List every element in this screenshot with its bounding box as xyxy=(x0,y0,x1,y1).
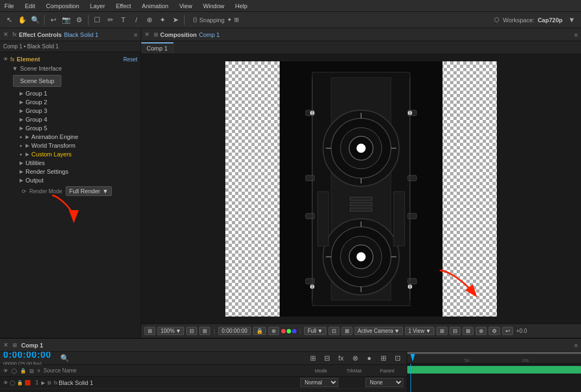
render-settings-item[interactable]: ▶ Render Settings xyxy=(9,167,141,176)
reset-button[interactable]: Reset xyxy=(123,56,137,62)
menu-help[interactable]: Help xyxy=(233,2,250,10)
layer-1-expand-icon[interactable]: ▶ xyxy=(41,380,45,385)
menu-effect[interactable]: Effect xyxy=(113,2,133,10)
timeline-menu-icon[interactable]: ≡ xyxy=(574,342,578,349)
transparency-btn[interactable]: ⊠ xyxy=(342,327,352,335)
layer-1-solo-icon[interactable]: ◯ xyxy=(10,380,15,385)
comp-panel-close-icon[interactable]: ✕ xyxy=(144,31,149,38)
layer-1-color-box[interactable] xyxy=(25,380,30,385)
comp-tab-comp1[interactable]: Comp 1 xyxy=(141,42,174,53)
tool-select[interactable]: ↖ xyxy=(3,14,15,26)
timeline-icon-5[interactable]: ● xyxy=(363,352,375,364)
zoom-level: 100% xyxy=(161,328,175,334)
timeline-icon-6[interactable]: ⊞ xyxy=(377,352,389,364)
render-mode-dropdown[interactable]: Full Render ▼ xyxy=(66,186,112,196)
timeline-search-btn[interactable]: 🔍 xyxy=(59,352,71,364)
zoom-dropdown[interactable]: 100% ▼ xyxy=(157,327,184,335)
solo-col-icon[interactable]: ◯ xyxy=(11,368,17,374)
timeline-icon-4[interactable]: ⊗ xyxy=(349,352,361,364)
menu-view[interactable]: View xyxy=(177,2,194,10)
viewer-btn-3[interactable]: ⊠ xyxy=(463,327,473,335)
tool-arrow[interactable]: ➤ xyxy=(169,14,181,26)
blue-channel-dot[interactable] xyxy=(292,329,296,333)
utilities-item[interactable]: ▶ Utilities xyxy=(9,159,141,167)
menu-window[interactable]: Window xyxy=(201,2,226,10)
viewer-btn-2[interactable]: ⊟ xyxy=(450,327,460,335)
layer-1-lock-icon[interactable]: 🔒 xyxy=(17,380,23,385)
workspace-dropdown[interactable]: ▼ xyxy=(566,14,578,26)
playhead-handle[interactable] xyxy=(411,354,415,362)
layer-1-parent-dropdown[interactable]: None xyxy=(365,378,403,387)
layer-1-track-bar[interactable] xyxy=(407,366,581,374)
group-1-item[interactable]: ▶ Group 1 xyxy=(9,89,141,98)
timeline-close-icon[interactable]: ✕ xyxy=(3,342,8,349)
snap-toggle[interactable]: ✦ xyxy=(227,16,232,23)
tool-camera[interactable]: 📷 xyxy=(60,14,72,26)
layer-1-mode-dropdown[interactable]: Normal xyxy=(300,378,338,387)
tool-rect[interactable]: ☐ xyxy=(91,14,103,26)
menu-composition[interactable]: Composition xyxy=(44,2,81,10)
svg-point-7 xyxy=(357,144,365,153)
red-channel-dot[interactable] xyxy=(281,329,286,333)
comp-3d-render xyxy=(225,61,497,317)
group-5-item[interactable]: ▶ Group 5 xyxy=(9,124,141,132)
layer-1-num: 1 xyxy=(33,380,41,385)
scene-interface-section: ▼ Scene Interface Scene Setup ▶ Group 1 … xyxy=(0,64,141,200)
playhead-line xyxy=(411,364,411,392)
tool-line[interactable]: / xyxy=(130,14,142,26)
group-3-item[interactable]: ▶ Group 3 xyxy=(9,106,141,115)
comp-panel-menu-icon[interactable]: ≡ xyxy=(574,31,578,38)
render-btn[interactable]: ⊡ xyxy=(329,327,339,335)
eye-toggle[interactable]: 👁 xyxy=(3,56,8,62)
timeline-icon-3[interactable]: fx xyxy=(335,352,347,364)
menu-file[interactable]: File xyxy=(2,2,16,10)
world-transform-item[interactable]: ● ▶ World Transform xyxy=(9,141,141,150)
timecode-display[interactable]: 0:00:00:00 xyxy=(218,327,250,335)
lock-col-icon[interactable]: 🔒 xyxy=(20,368,26,374)
layer-1-fx-enable-icon[interactable]: fx xyxy=(54,380,58,385)
tool-settings[interactable]: ⚙ xyxy=(73,14,85,26)
chevron-down-icon[interactable]: ▼ xyxy=(12,65,18,72)
viewer-btn-6[interactable]: ↩ xyxy=(502,327,513,335)
viewer-btn-1[interactable]: ⊞ xyxy=(437,327,447,335)
quality-dropdown[interactable]: Full ▼ xyxy=(304,327,326,335)
grid-btn[interactable]: ⊞ xyxy=(199,327,210,335)
animation-engine-item[interactable]: ● ▶ Animation Engine xyxy=(9,132,141,141)
tool-pen[interactable]: ✏ xyxy=(104,14,116,26)
world-transform-label: World Transform xyxy=(31,142,75,149)
custom-layers-item[interactable]: ● ▶ Custom Layers xyxy=(9,150,141,159)
group-2-item[interactable]: ▶ Group 2 xyxy=(9,98,141,106)
tool-rotate[interactable]: ↩ xyxy=(47,14,59,26)
camera-dropdown[interactable]: Active Camera ▼ xyxy=(355,327,403,335)
lock-btn[interactable]: 🔒 xyxy=(253,327,266,335)
time-display[interactable]: 0:00:00:00 xyxy=(3,352,51,360)
world-transform-arrow-icon: ▶ xyxy=(26,143,29,148)
output-label: Output xyxy=(26,177,43,184)
viewer-expand-btn[interactable]: ⊞ xyxy=(144,327,155,335)
tool-puppet[interactable]: ✦ xyxy=(156,14,168,26)
menu-layer[interactable]: Layer xyxy=(88,2,108,10)
motion-blur-btn[interactable]: ⊗ xyxy=(268,327,279,335)
panel-close-icon[interactable]: ✕ xyxy=(3,31,8,38)
tool-text[interactable]: T xyxy=(117,14,129,26)
viewer-btn-5[interactable]: ⚙ xyxy=(489,327,500,335)
layer-1-eye-icon[interactable]: 👁 xyxy=(3,380,8,385)
eye-col-icon[interactable]: 👁 xyxy=(3,368,8,374)
menu-animation[interactable]: Animation xyxy=(140,2,170,10)
view-count-dropdown[interactable]: 1 View ▼ xyxy=(405,327,434,335)
panel-menu-icon[interactable]: ≡ xyxy=(134,31,137,38)
output-item[interactable]: ▶ Output xyxy=(9,176,141,185)
snap-options[interactable]: ⊞ xyxy=(234,16,239,23)
viewer-btn-4[interactable]: ⊗ xyxy=(476,327,487,335)
scene-setup-button[interactable]: Scene Setup xyxy=(13,75,61,87)
timeline-icon-7[interactable]: ⊡ xyxy=(391,352,403,364)
fit-to-frame-btn[interactable]: ⊟ xyxy=(186,327,197,335)
group-4-item[interactable]: ▶ Group 4 xyxy=(9,115,141,124)
green-channel-dot[interactable] xyxy=(287,329,291,333)
tool-hand[interactable]: ✋ xyxy=(16,14,28,26)
timeline-icon-1[interactable]: ⊞ xyxy=(307,352,319,364)
timeline-icon-2[interactable]: ⊟ xyxy=(321,352,333,364)
tool-clone[interactable]: ⊕ xyxy=(143,14,155,26)
menu-edit[interactable]: Edit xyxy=(23,2,37,10)
tool-zoom[interactable]: 🔍 xyxy=(29,14,41,26)
